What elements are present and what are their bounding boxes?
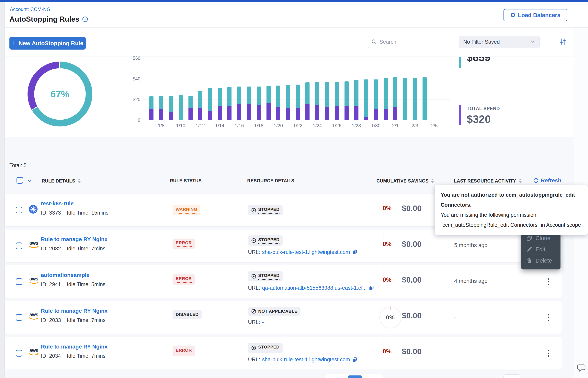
resource-state-badge[interactable]: STOPPED: [248, 343, 283, 353]
savings-gauge: 0%: [379, 306, 401, 328]
chevron-down-icon: [530, 39, 535, 45]
info-icon[interactable]: [82, 16, 88, 22]
column-header-last-resource-activity[interactable]: LAST RESOURCE ACTIVITY: [454, 178, 522, 184]
filter-panel-icon[interactable]: [558, 37, 567, 46]
pagination[interactable]: [325, 374, 383, 378]
copy-icon[interactable]: [352, 357, 358, 363]
load-balancers-button[interactable]: ⚙ Load Balancers: [503, 9, 567, 21]
row-checkbox[interactable]: [16, 314, 22, 321]
x-axis-tick: 1/8: [153, 123, 169, 128]
rule-name-link[interactable]: Rule to manage RY Nginx: [41, 236, 107, 243]
rule-id: ID: 2033: [41, 317, 61, 323]
x-axis-tick: 2/1: [387, 123, 403, 128]
column-header-resource-details: RESOURCE DETAILS: [247, 178, 294, 184]
last-resource-activity: 5 months ago: [454, 242, 487, 248]
row-options-kebab-icon[interactable]: [544, 348, 553, 359]
resource-badge-label: STOPPED: [258, 273, 280, 280]
bar-segment-savings: [422, 77, 427, 120]
x-axis-tick: 2/5: [426, 123, 442, 128]
rule-name-link[interactable]: automationsample: [41, 272, 89, 278]
sort-icon[interactable]: [77, 178, 81, 184]
resource-state-badge[interactable]: STOPPED: [248, 235, 283, 246]
bar-segment-spend: [325, 107, 329, 120]
rule-name-link[interactable]: Rule to manage RY Nginx: [41, 308, 107, 314]
savings-amount: $0.00: [402, 276, 422, 284]
url-label: URL:: [248, 357, 260, 363]
status-badge[interactable]: ERROR: [173, 346, 195, 356]
x-axis-tick: 1/22: [290, 123, 306, 128]
y-axis-tick: $60: [128, 56, 140, 61]
select-menu-chevron-icon[interactable]: [26, 178, 32, 185]
x-axis-tick: 1/20: [270, 123, 286, 128]
last-resource-activity: -: [454, 350, 456, 356]
row-options-kebab-icon[interactable]: [544, 312, 553, 323]
bar-segment-spend: [335, 106, 339, 120]
row-checkbox[interactable]: [16, 350, 22, 357]
resource-badge-label: NOT APPLICABLE: [258, 309, 297, 314]
new-autostopping-rule-button[interactable]: + New AutoStopping Rule: [9, 37, 86, 50]
saved-filter-dropdown[interactable]: No Filter Saved: [459, 36, 540, 48]
bar-segment-savings: [383, 78, 388, 109]
savings-percentage-value: 0%: [374, 348, 392, 355]
column-header-cumulative-savings[interactable]: CUMULATIVE SAVINGS: [377, 178, 434, 184]
bar-segment-savings: [237, 87, 241, 104]
x-axis-tick: 1/24: [309, 123, 325, 128]
x-axis-tick: 2/3: [407, 123, 423, 128]
rule-idle-time: Idle Time: 5mins: [67, 282, 105, 287]
spend-legend-swatch: [459, 105, 461, 125]
x-axis-tick: 1/12: [192, 123, 208, 128]
table-row: awsRule to manage RY NginxID: 2033Idle T…: [5, 301, 562, 334]
column-header-rule-status: RULE STATUS: [170, 178, 202, 184]
rule-details-cell: Rule to manage RY NginxID: 2032Idle Time…: [41, 236, 107, 252]
url-label: URL:: [248, 285, 260, 291]
tooltip-line: You are missing the following permission…: [441, 210, 582, 220]
bar-segment-spend: [169, 112, 173, 120]
sort-icon[interactable]: [431, 178, 434, 184]
rule-name-link[interactable]: test-k8s-rule: [41, 200, 74, 207]
bottom-right-button[interactable]: [503, 375, 520, 378]
resource-state-badge[interactable]: NOT APPLICABLE: [248, 307, 300, 316]
status-badge[interactable]: WARNING: [173, 205, 201, 215]
row-options-kebab-icon[interactable]: [544, 276, 553, 287]
copy-icon[interactable]: [369, 285, 374, 291]
bar-segment-savings: [198, 91, 202, 108]
select-all-checkbox[interactable]: [16, 177, 23, 184]
status-badge[interactable]: DISABLED: [173, 310, 202, 319]
resource-url-link[interactable]: sha-bulk-rule-test-1.lightwingtest.com: [262, 357, 350, 363]
total-savings-legend: $659: [458, 57, 548, 68]
bar-segment-savings: [189, 96, 192, 108]
status-badge[interactable]: ERROR: [173, 274, 195, 284]
menu-item-edit[interactable]: Edit: [521, 244, 561, 255]
bar-segment-spend: [227, 106, 231, 120]
sort-icon[interactable]: [518, 178, 522, 184]
row-checkbox[interactable]: [16, 278, 22, 285]
account-breadcrumb[interactable]: Account: CCM-NG: [10, 6, 51, 12]
bar-segment-spend: [237, 104, 241, 120]
rule-name-link[interactable]: Rule to manage RY Nginx: [41, 344, 107, 350]
row-checkbox[interactable]: [16, 243, 22, 249]
chat-bubble-icon[interactable]: [577, 364, 586, 373]
resource-details-cell: STOPPEDURL:qa-automation-alb-515563988.u…: [248, 271, 374, 291]
resource-state-badge[interactable]: STOPPED: [248, 205, 283, 215]
bar-segment-spend: [198, 108, 202, 120]
savings-amount: $0.00: [402, 347, 422, 356]
resource-state-badge[interactable]: STOPPED: [248, 271, 283, 282]
bar-segment-spend: [296, 108, 300, 120]
column-header-rule-details[interactable]: RULE DETAILS: [42, 178, 81, 184]
status-badge[interactable]: ERROR: [173, 239, 195, 249]
rule-id: ID: 2034: [41, 353, 61, 359]
x-axis-tick: 1/28: [348, 123, 364, 128]
row-checkbox[interactable]: [16, 207, 22, 213]
copy-icon[interactable]: [352, 250, 358, 255]
resource-badge-label: STOPPED: [258, 237, 280, 244]
active-page-button[interactable]: [348, 376, 362, 378]
refresh-button[interactable]: Refresh: [533, 177, 561, 184]
resource-url-link[interactable]: qa-automation-alb-515563988.us-east-1.el…: [262, 285, 367, 291]
menu-item-delete[interactable]: Delete: [521, 255, 561, 266]
bar-segment-spend: [364, 117, 368, 120]
search-input[interactable]: [368, 36, 454, 48]
x-axis-tick: 1/14: [212, 123, 228, 128]
resource-url-link[interactable]: -: [262, 319, 264, 325]
menu-item-label: Delete: [536, 257, 552, 264]
resource-url-link[interactable]: sha-bulk-rule-test-1.lightwingtest.com: [262, 249, 350, 255]
